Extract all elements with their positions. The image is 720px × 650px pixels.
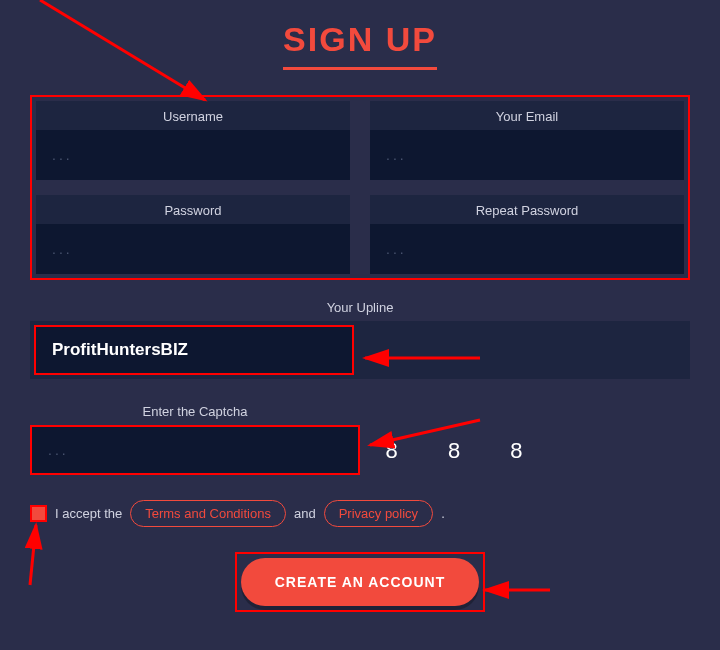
password-input[interactable] <box>36 224 350 274</box>
password-group: Password <box>36 195 350 274</box>
credentials-group: Username Your Email Password Repeat Pass… <box>30 95 690 280</box>
terms-and: and <box>294 506 316 521</box>
terms-row: I accept the Terms and Conditions and Pr… <box>30 500 690 527</box>
terms-link[interactable]: Terms and Conditions <box>130 500 286 527</box>
captcha-section: Enter the Captcha 8 8 8 <box>30 404 690 475</box>
repeat-password-group: Repeat Password <box>370 195 684 274</box>
privacy-link[interactable]: Privacy policy <box>324 500 433 527</box>
upline-label: Your Upline <box>30 300 690 315</box>
email-input[interactable] <box>370 130 684 180</box>
signup-form: Username Your Email Password Repeat Pass… <box>0 95 720 612</box>
create-account-button[interactable]: CREATE AN ACCOUNT <box>241 558 479 606</box>
captcha-input[interactable] <box>32 427 358 473</box>
terms-suffix: . <box>441 506 445 521</box>
username-group: Username <box>36 101 350 180</box>
captcha-code: 8 8 8 <box>385 440 541 475</box>
username-input[interactable] <box>36 130 350 180</box>
repeat-password-input[interactable] <box>370 224 684 274</box>
email-group: Your Email <box>370 101 684 180</box>
password-label: Password <box>36 203 350 218</box>
upline-section: Your Upline <box>30 300 690 379</box>
page-title: SIGN UP <box>283 20 437 70</box>
captcha-label: Enter the Captcha <box>30 404 360 419</box>
repeat-password-label: Repeat Password <box>370 203 684 218</box>
terms-checkbox[interactable] <box>30 505 47 522</box>
terms-prefix: I accept the <box>55 506 122 521</box>
upline-input[interactable] <box>36 327 352 373</box>
username-label: Username <box>36 109 350 124</box>
email-label: Your Email <box>370 109 684 124</box>
